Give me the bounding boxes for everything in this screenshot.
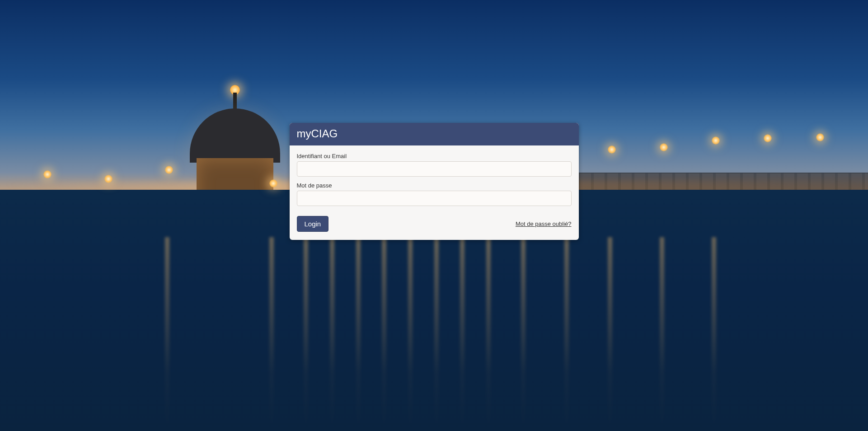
username-input[interactable]	[297, 161, 572, 177]
forgot-password-link[interactable]: Mot de passe oublié?	[516, 220, 572, 227]
panel-title: myCIAG	[290, 123, 579, 145]
panel-body: Identifiant ou Email Mot de passe Login …	[290, 145, 579, 240]
dome-silhouette	[183, 27, 287, 163]
login-panel: myCIAG Identifiant ou Email Mot de passe…	[290, 123, 579, 240]
login-button[interactable]: Login	[297, 216, 329, 232]
password-label: Mot de passe	[297, 182, 572, 189]
password-input[interactable]	[297, 191, 572, 206]
username-label: Identifiant ou Email	[297, 153, 572, 159]
